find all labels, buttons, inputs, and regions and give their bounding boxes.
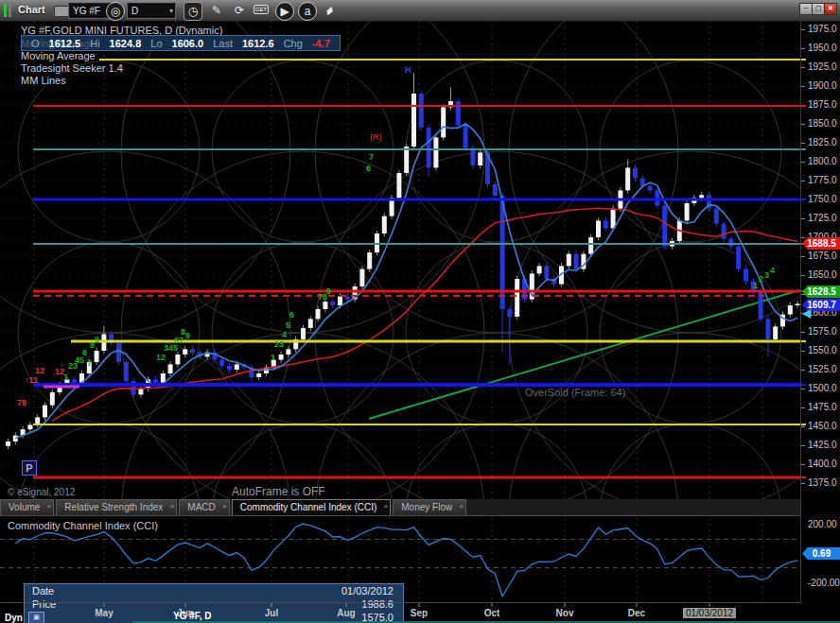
month-label: Nov: [556, 608, 574, 618]
seeker-annotation: 6: [289, 310, 294, 320]
lo-value: 1606.0: [172, 38, 204, 49]
axis-tick: [801, 237, 805, 238]
seeker-annotation: 9: [185, 331, 190, 340]
mm-axis-tick: [801, 105, 806, 107]
seeker-annotation: 6: [82, 348, 87, 357]
price-axis-label: 1525.0: [808, 364, 837, 374]
seeker-annotation: 3: [764, 270, 769, 280]
close-icon[interactable]: ×: [460, 499, 464, 513]
cci-value-tag: 0.69: [802, 547, 840, 560]
month-label: Dec: [628, 608, 645, 618]
price-axis-label: 1675.0: [808, 251, 837, 261]
close-icon[interactable]: ×: [47, 499, 52, 513]
last-date-label: 01/03/2012: [683, 608, 736, 618]
axis-tick: [801, 162, 805, 163]
price-axis-label: 1825.0: [808, 137, 837, 147]
price-axis-label: 1900.0: [808, 80, 837, 91]
axis-tick: [801, 426, 805, 427]
seeker-annotation: 5: [286, 320, 290, 330]
axis-tick: [801, 256, 805, 257]
mm-axis-tick: [801, 148, 806, 150]
price-axis-label: 1775.0: [808, 175, 837, 185]
lo-label: Lo: [150, 38, 162, 49]
study-label-mmlines[interactable]: MM Lines: [21, 75, 66, 86]
axis-tick: [801, 67, 805, 68]
price-axis-label: 1575.0: [808, 326, 837, 337]
chg-label: Chg: [284, 38, 303, 49]
seeker-annotation: 23: [274, 339, 284, 349]
price-axis-label: 1425.0: [808, 440, 837, 450]
month-label: Oct: [484, 608, 500, 618]
price-axis-label: 1950.0: [808, 43, 837, 53]
price-axis-label: 1500.0: [808, 383, 837, 393]
axis-tick: [801, 124, 805, 125]
oversold-annotation: OverSold (Frame: 64): [525, 387, 625, 398]
price-axis-label: 1750.0: [808, 194, 837, 204]
price-tag: 1688.5: [802, 237, 840, 250]
seeker-annotation: 1: [753, 281, 758, 290]
seeker-annotation: 7: [369, 152, 374, 162]
mm-axis-tick: [801, 424, 806, 425]
mm-axis-tick: [801, 199, 806, 200]
tooltip-row: Date01/03/2012: [25, 584, 403, 597]
cci-axis-label: 200.00: [808, 519, 837, 529]
price-axis-label: 1450.0: [808, 421, 837, 431]
price-axis-label: 1650.0: [808, 269, 837, 280]
tab-macd[interactable]: MACD×: [179, 499, 229, 515]
candlestick-series: [6, 73, 800, 449]
price-axis-label: 1850.0: [808, 118, 837, 129]
price-axis-label: 1975.0: [808, 24, 837, 34]
axis-tick: [801, 407, 805, 408]
last-value: 1612.6: [242, 38, 274, 49]
seeker-annotation: 78: [17, 398, 26, 407]
lock-icon[interactable]: ▣: [28, 612, 44, 623]
axis-tick: [801, 370, 805, 371]
axis-tick: [801, 483, 805, 484]
axis-tick: [801, 218, 805, 219]
seeker-annotation: 7: [87, 358, 92, 368]
seeker-annotation: (R): [370, 132, 382, 142]
last-label: Last: [213, 38, 233, 49]
tab-money-flow[interactable]: Money Flow×: [393, 499, 466, 515]
seeker-annotation: ↑11: [25, 375, 38, 385]
price-axis-label: 1925.0: [808, 61, 837, 72]
open-label: O: [31, 38, 40, 49]
p-marker-badge[interactable]: P: [22, 460, 37, 476]
mm-axis-tick: [801, 340, 806, 342]
indicator-tabs: Volume×Relative Strength Index×MACD×Comm…: [0, 499, 800, 516]
axis-tick: [801, 181, 805, 182]
axis-tick: [801, 275, 805, 276]
hi-label: Hi: [90, 38, 99, 49]
dyn-label[interactable]: Dyn: [5, 613, 23, 623]
close-icon[interactable]: ×: [222, 499, 227, 513]
seeker-annotation: 9: [326, 286, 331, 296]
price-axis[interactable]: 1375.01400.01425.01450.01475.01500.01525…: [800, 21, 840, 602]
price-axis-label: 1725.0: [808, 213, 837, 223]
seeker-annotation: 4: [770, 266, 775, 275]
mm-axis-tick: [801, 384, 806, 386]
price-axis-label: 1400.0: [808, 459, 837, 469]
price-axis-label: 1875.0: [808, 99, 837, 110]
axis-tick: [801, 332, 805, 333]
tab-commodity-channel-index-cci-[interactable]: Commodity Channel Index (CCI)×: [232, 499, 392, 515]
study-label-ma2[interactable]: Moving Average: [21, 50, 96, 61]
month-label: Sep: [411, 608, 428, 618]
close-icon[interactable]: ×: [384, 499, 389, 513]
tab-volume[interactable]: Volume×: [0, 499, 54, 515]
cci-panel-title: Commodity Channel Index (CCI): [8, 520, 158, 531]
seeker-annotation: 12: [156, 353, 166, 362]
price-axis-label: 1550.0: [808, 345, 837, 355]
axis-tick: [801, 351, 805, 352]
quote-bar: O 1612.5 Hi 1624.8 Lo 1606.0 Last 1612.6…: [21, 35, 341, 51]
price-axis-label: 1475.0: [808, 402, 837, 412]
axis-tick: [801, 86, 805, 87]
seeker-annotation: 1: [271, 353, 275, 362]
price-axis-label: 1375.0: [808, 477, 837, 488]
study-label-seeker[interactable]: Tradesight Seeker 1.4: [21, 62, 123, 74]
seeker-annotation: 67: [174, 336, 184, 345]
tab-relative-strength-index[interactable]: Relative Strength Index×: [56, 499, 177, 515]
seeker-annotation: 9: [95, 335, 99, 344]
close-icon[interactable]: ×: [170, 499, 175, 513]
statusbar-symbol: YG #F, D: [173, 611, 212, 621]
hi-value: 1624.8: [110, 38, 142, 49]
